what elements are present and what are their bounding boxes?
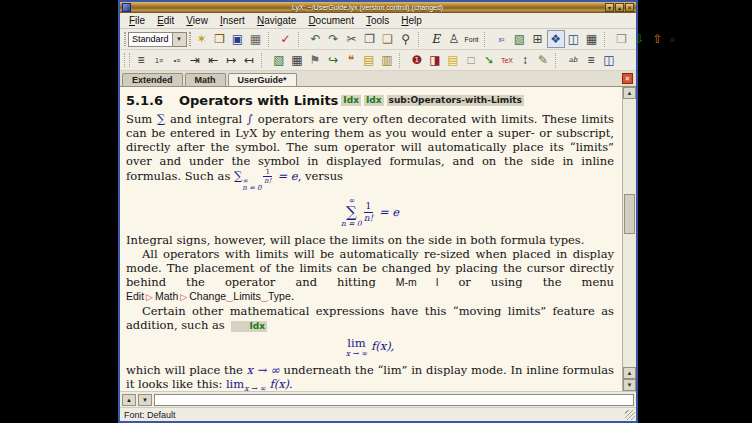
vertical-scrollbar[interactable]: ▲ ▲ ▼ xyxy=(622,87,636,391)
index-inset-badge[interactable]: Idx xyxy=(231,321,267,332)
paragraph-settings-icon[interactable]: ≡ xyxy=(582,51,600,69)
paste-icon[interactable]: ❑ xyxy=(379,30,397,48)
maximize-button[interactable]: ▴ xyxy=(615,3,624,12)
display-formula-lim[interactable]: limx → ∞ f(x), xyxy=(126,337,614,358)
menu-insert[interactable]: Insert xyxy=(214,14,251,28)
undo-icon[interactable]: ↶ xyxy=(307,30,325,48)
toolbar-grip xyxy=(189,32,191,46)
save-icon[interactable]: ▣ xyxy=(229,30,247,48)
navigate-down-icon[interactable]: ⇩ xyxy=(631,30,649,48)
menu-path-change: Change xyxy=(189,290,226,302)
navigate-up-icon[interactable]: ⇧ xyxy=(649,30,667,48)
menu-edit[interactable]: Edit xyxy=(151,14,180,28)
new-document-icon[interactable]: ✶ xyxy=(193,30,211,48)
cut-icon[interactable]: ✂ xyxy=(343,30,361,48)
scroll-up-icon-bottom[interactable]: ▲ xyxy=(623,367,636,379)
history-down-icon[interactable]: ▼ xyxy=(138,394,152,406)
insert-table-icon[interactable]: ⊞ xyxy=(529,30,547,48)
display-formula-sum[interactable]: ∞∑n = 01n! = e xyxy=(126,197,614,229)
insert-bibtex-icon[interactable]: ▥ xyxy=(378,51,396,69)
scrollbar-track[interactable] xyxy=(623,99,636,367)
math-mode-icon[interactable]: x² xyxy=(493,30,511,48)
close-button[interactable]: ✕ xyxy=(625,3,634,12)
toolbar-grip xyxy=(124,53,130,67)
spellcheck-icon[interactable]: ✓ xyxy=(277,30,295,48)
print-icon[interactable]: ▦ xyxy=(247,30,265,48)
insert-note-icon[interactable]: ▤ xyxy=(444,51,462,69)
minimize-button[interactable]: ▾ xyxy=(605,3,614,12)
history-up-icon[interactable]: ▲ xyxy=(122,394,136,406)
menu-tools[interactable]: Tools xyxy=(360,14,395,28)
status-bar: Font: Default xyxy=(120,407,636,421)
math-panel-icon[interactable]: ❖ xyxy=(547,30,565,48)
indent-left-icon[interactable]: ↤ xyxy=(240,51,258,69)
index-inset-badge[interactable]: Idx xyxy=(341,95,361,106)
toolbar-row-1-icons: ✶❒▣▦✓↶↷✂❐❑⚲E♙Fontx²▧⊞❖◫▦❒⇩⇧ xyxy=(193,30,667,48)
menu-help[interactable]: Help xyxy=(395,14,428,28)
insert-vspace-icon[interactable]: ↕ xyxy=(516,51,534,69)
open-document-icon[interactable]: ❒ xyxy=(211,30,229,48)
section-title: Operators with Limits xyxy=(179,93,338,108)
edit-pencil-icon[interactable]: ✎ xyxy=(534,51,552,69)
insert-tex-icon[interactable]: TeX xyxy=(498,51,516,69)
resize-grip[interactable] xyxy=(625,410,635,420)
emphasis-ab-icon[interactable]: ab xyxy=(564,51,582,69)
menu-path-math: Math xyxy=(155,290,178,302)
equals-e: = e xyxy=(278,169,298,183)
insert-ert-icon[interactable]: □ xyxy=(462,51,480,69)
insert-marginnote-icon[interactable]: ◨ xyxy=(426,51,444,69)
font-dialog-icon[interactable]: Font xyxy=(463,30,481,48)
bullet-list-icon[interactable]: •≡ xyxy=(168,51,186,69)
command-buffer-input[interactable] xyxy=(154,394,634,406)
increase-list-depth-icon[interactable]: ⇥ xyxy=(186,51,204,69)
table-grid-icon[interactable]: ▦ xyxy=(583,30,601,48)
body-text: Integral signs, however, will place the … xyxy=(126,233,584,247)
scroll-up-icon[interactable]: ▲ xyxy=(623,87,636,99)
insert-crossref-icon[interactable]: ↪ xyxy=(324,51,342,69)
document-tab-bar: ExtendedMathUserGuide* ✕ xyxy=(120,71,636,87)
inline-sum-symbol[interactable]: ∑ xyxy=(157,112,165,126)
redo-icon[interactable]: ↷ xyxy=(325,30,343,48)
menu-bar: FileEditViewInsertNavigateDocumentToolsH… xyxy=(120,13,636,29)
combo-dropdown-arrow-icon[interactable]: ▼ xyxy=(172,33,186,46)
tab-math[interactable]: Math xyxy=(185,73,226,86)
indent-right-icon[interactable]: ↦ xyxy=(222,51,240,69)
insert-graphics-icon[interactable]: ▧ xyxy=(511,30,529,48)
menu-navigate[interactable]: Navigate xyxy=(251,14,302,28)
insert-figure-float-icon[interactable]: ▧ xyxy=(270,51,288,69)
numbered-list-icon[interactable]: 1≡ xyxy=(150,51,168,69)
label-inset-badge[interactable]: sub:Operators-with-Limits xyxy=(387,95,524,106)
inline-formula-lim[interactable]: limx → ∞ f(x) xyxy=(226,377,289,391)
paragraph-align-icon[interactable]: ≡ xyxy=(132,51,150,69)
insert-citation-icon[interactable]: ❝ xyxy=(342,51,360,69)
tab-close-icon[interactable]: ✕ xyxy=(622,73,633,84)
document-canvas[interactable]: 5.1.6Operators with LimitsIdxIdxsub:Oper… xyxy=(120,87,622,391)
insert-label-icon[interactable]: ⚑ xyxy=(306,51,324,69)
toolbar-overflow-chevron[interactable]: » xyxy=(667,34,679,45)
insert-footnote-icon[interactable]: ❶ xyxy=(408,51,426,69)
inline-formula-sum[interactable]: ∑∞n = 01n! = e xyxy=(234,169,298,183)
copy-icon[interactable]: ❐ xyxy=(361,30,379,48)
paragraph-style-selector[interactable]: Standard ▼ xyxy=(128,32,187,47)
noun-style-icon[interactable]: ♙ xyxy=(445,30,463,48)
update-document-icon[interactable]: ❒ xyxy=(613,30,631,48)
find-replace-icon[interactable]: ⚲ xyxy=(397,30,415,48)
scrollbar-thumb[interactable] xyxy=(624,194,635,234)
insert-table-float-icon[interactable]: ▦ xyxy=(288,51,306,69)
menu-document[interactable]: Document xyxy=(302,14,360,28)
inline-x-to-infinity[interactable]: x → ∞ xyxy=(247,363,280,377)
fraction-numerator: 1 xyxy=(364,201,374,213)
emphasis-icon[interactable]: E xyxy=(427,30,445,48)
menu-file[interactable]: File xyxy=(123,14,151,28)
split-view-icon[interactable]: ◫ xyxy=(565,30,583,48)
menu-view[interactable]: View xyxy=(180,14,214,28)
decrease-list-depth-icon[interactable]: ⇤ xyxy=(204,51,222,69)
tab-extended[interactable]: Extended xyxy=(122,73,183,86)
index-inset-badge[interactable]: Idx xyxy=(364,95,384,106)
tab-userguide[interactable]: UserGuide* xyxy=(228,73,297,86)
insert-include-icon[interactable]: ➘ xyxy=(480,51,498,69)
open-book-icon[interactable]: ◫ xyxy=(600,51,618,69)
paragraph-style-value: Standard xyxy=(129,34,172,44)
scroll-down-icon[interactable]: ▼ xyxy=(623,379,636,391)
insert-index-entry-icon[interactable]: ▤ xyxy=(360,51,378,69)
